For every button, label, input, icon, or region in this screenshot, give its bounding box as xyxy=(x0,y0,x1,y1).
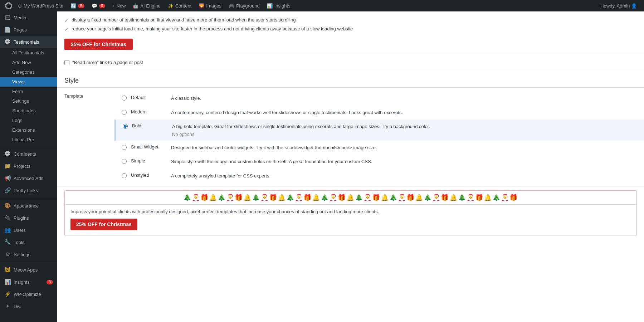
sidebar-item-plugins[interactable]: 🔌 Plugins xyxy=(0,212,57,224)
promo-button-top[interactable]: 25% OFF for Christmas xyxy=(64,39,133,50)
sidebar-item-settings[interactable]: ⚙ Settings xyxy=(0,248,57,260)
wp-logo[interactable] xyxy=(3,0,14,11)
check-text-1: display a fixed number of testimonials o… xyxy=(72,17,296,23)
check-item-1: ✓ display a fixed number of testimonials… xyxy=(64,17,637,23)
template-row: Template Default A classic style. xyxy=(57,88,644,187)
template-option-bold: Bold A big bold template. Great for slid… xyxy=(114,119,644,141)
no-options-bold: No options xyxy=(172,132,430,137)
adminbar-updates[interactable]: 🔄 5 xyxy=(67,0,88,11)
check-item-2: ✓ reduce your page's initial load time, … xyxy=(64,26,637,32)
submenu-lite-vs-pro[interactable]: Lite vs Pro xyxy=(0,135,57,145)
submenu-extensions[interactable]: Extensions xyxy=(0,125,57,135)
radio-bold[interactable] xyxy=(123,124,128,129)
insights-label: Insights xyxy=(274,3,291,9)
sidebar-item-projects[interactable]: 📁 Projects xyxy=(0,160,57,172)
christmas-promo-button[interactable]: 25% OFF for Christmas xyxy=(70,219,137,230)
template-label: Template xyxy=(57,88,114,187)
read-more-checkbox[interactable] xyxy=(64,60,69,65)
adminbar-images[interactable]: 🌄 Images xyxy=(195,0,225,11)
adminbar-insights[interactable]: 📊 Insights xyxy=(263,0,294,11)
adminbar-howdy[interactable]: Howdy, Admin 👤 xyxy=(596,3,641,9)
desc-simple: Simple style with the image and custom f… xyxy=(171,158,372,165)
submenu-settings[interactable]: Settings xyxy=(0,96,57,106)
submenu-categories[interactable]: Categories xyxy=(0,67,57,77)
submenu-add-new[interactable]: Add New xyxy=(0,58,57,67)
adminbar-ai-engine[interactable]: 🤖 AI Engine xyxy=(129,0,164,11)
check-icon-1: ✓ xyxy=(64,18,69,23)
radio-simple[interactable] xyxy=(122,159,127,164)
label-small-widget[interactable]: Small Widget xyxy=(131,144,167,150)
sidebar-label-plugins: Plugins xyxy=(14,215,29,221)
svg-point-0 xyxy=(5,3,12,9)
sidebar-item-pretty-links[interactable]: 🔗 Pretty Links xyxy=(0,184,57,196)
sidebar-item-users[interactable]: 👥 Users xyxy=(0,224,57,236)
images-label: Images xyxy=(206,3,221,9)
sidebar-item-pages[interactable]: 📄 Pages xyxy=(0,24,57,36)
sidebar-item-tools[interactable]: 🔧 Tools xyxy=(0,236,57,248)
label-default[interactable]: Default xyxy=(131,95,167,100)
sidebar-item-insights[interactable]: 📊 Insights 3 xyxy=(0,276,57,288)
content-label: Content xyxy=(175,3,192,9)
desc-modern: A contemporary, centered design that wor… xyxy=(171,109,403,116)
wp-icon: ⊕ xyxy=(18,3,22,9)
playground-icon: 🎮 xyxy=(229,3,234,9)
adminbar-playground[interactable]: 🎮 Playground xyxy=(225,0,263,11)
sidebar-label-projects: Projects xyxy=(14,164,30,169)
sidebar-item-meow-apps[interactable]: 🐱 Meow Apps xyxy=(0,264,57,276)
read-more-label[interactable]: "Read more" link to a page or post xyxy=(64,60,637,65)
style-section: Style Template Default A classic style. xyxy=(57,71,644,235)
adminbar-content[interactable]: ✨ Content xyxy=(164,0,195,11)
submenu-form[interactable]: Form xyxy=(0,87,57,96)
desc-unstyled: A completely unstyled template for CSS e… xyxy=(171,172,270,180)
playground-label: Playground xyxy=(236,3,260,9)
sidebar-item-appearance[interactable]: 🎨 Appearance xyxy=(0,200,57,212)
sidebar-label-users: Users xyxy=(14,228,26,233)
submenu-all-testimonials[interactable]: All Testimonials xyxy=(0,48,57,58)
check-icon-2: ✓ xyxy=(64,26,69,32)
radio-modern[interactable] xyxy=(122,110,127,115)
adminbar-new[interactable]: + New xyxy=(109,0,129,11)
label-modern[interactable]: Modern xyxy=(131,109,167,114)
check-text-2: reduce your page's initial load time, ma… xyxy=(72,26,353,31)
comments-icon: 💬 xyxy=(92,3,97,9)
christmas-text: Impress your potential clients with prof… xyxy=(65,205,636,219)
adminbar-comments[interactable]: 💬 0 xyxy=(88,0,109,11)
wp-optimize-icon: ⚡ xyxy=(4,291,11,297)
sidebar-item-wp-optimize[interactable]: ⚡ WP-Optimize xyxy=(0,288,57,300)
template-table: Template Default A classic style. xyxy=(57,88,644,187)
submenu-views[interactable]: Views xyxy=(0,77,57,87)
radio-unstyled[interactable] xyxy=(122,173,127,178)
new-label: + New xyxy=(112,3,126,9)
sidebar-label-advanced-ads: Advanced Ads xyxy=(14,176,43,181)
sidebar-item-divi[interactable]: ✦ Divi xyxy=(0,300,57,312)
ai-engine-label: AI Engine xyxy=(140,3,160,9)
sidebar-label-divi: Divi xyxy=(14,304,21,309)
radio-default[interactable] xyxy=(122,96,127,101)
pretty-links-icon: 🔗 xyxy=(4,187,11,194)
submenu-logs[interactable]: Logs xyxy=(0,116,57,125)
sidebar-label-media: Media xyxy=(14,15,26,20)
comments-count: 0 xyxy=(99,4,106,8)
label-bold[interactable]: Bold xyxy=(132,123,168,128)
label-simple[interactable]: Simple xyxy=(131,158,167,164)
read-more-text: "Read more" link to a page or post xyxy=(72,60,143,65)
template-option-simple: Simple Simple style with the image and c… xyxy=(114,155,644,169)
label-unstyled[interactable]: Unstyled xyxy=(131,172,167,178)
style-heading: Style xyxy=(57,71,644,88)
sidebar-item-advanced-ads[interactable]: 📢 Advanced Ads xyxy=(0,172,57,184)
admin-bar: ⊕ My WordPress Site 🔄 5 💬 0 + New 🤖 AI E… xyxy=(0,0,644,11)
sidebar-item-testimonials[interactable]: 💬 Testimonials xyxy=(0,36,57,48)
updates-icon: 🔄 xyxy=(70,3,76,9)
adminbar-site[interactable]: ⊕ My WordPress Site xyxy=(14,0,67,11)
sidebar-item-comments[interactable]: 💬 Comments xyxy=(0,148,57,160)
sidebar-label-testimonials: Testimonials xyxy=(14,39,39,45)
top-features-section: ✓ display a fixed number of testimonials… xyxy=(57,11,644,54)
insights-badge: 3 xyxy=(47,280,53,284)
divi-icon: ✦ xyxy=(4,303,11,309)
submenu-shortcodes[interactable]: Shortcodes xyxy=(0,106,57,116)
sidebar-label-appearance: Appearance xyxy=(14,203,39,209)
media-icon: 🎞 xyxy=(4,14,11,21)
sidebar-item-media[interactable]: 🎞 Media xyxy=(0,11,57,24)
sidebar-label-pages: Pages xyxy=(14,27,27,33)
radio-small-widget[interactable] xyxy=(122,145,127,150)
